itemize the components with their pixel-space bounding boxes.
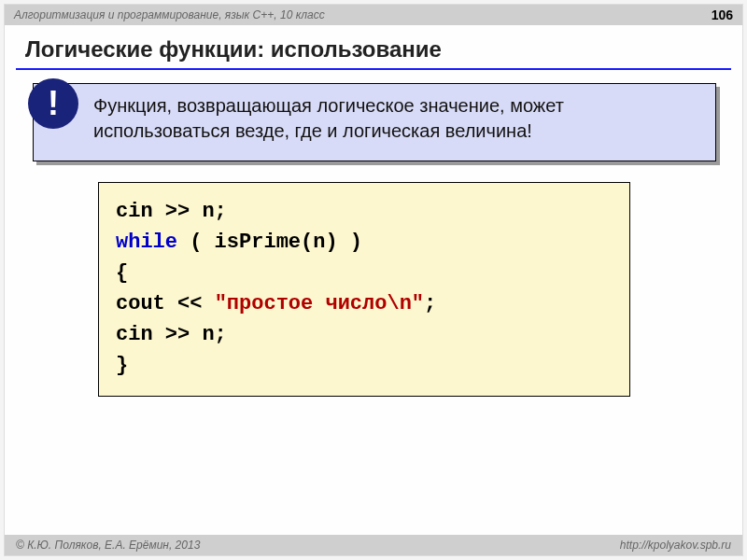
code-line: } [116, 350, 613, 381]
exclamation-icon: ! [28, 78, 78, 129]
string-literal: "простое число\n" [215, 292, 424, 315]
slide-title: Логические функции: использование [5, 25, 742, 68]
code-line: cin >> n; [116, 319, 613, 350]
keyword-while: while [116, 231, 177, 254]
code-block: cin >> n; while ( isPrime(n) ) { cout <<… [98, 182, 630, 397]
page-number: 106 [712, 7, 733, 22]
footer-bar: © К.Ю. Поляков, Е.А. Ерёмин, 2013 http:/… [5, 535, 742, 555]
header-subject: Алгоритмизация и программирование, язык … [14, 8, 325, 21]
info-callout: ! Функция, возвращающая логическое значе… [33, 83, 716, 161]
header-bar: Алгоритмизация и программирование, язык … [5, 5, 742, 25]
callout-text: Функция, возвращающая логическое значени… [93, 93, 700, 144]
slide: Алгоритмизация и программирование, язык … [4, 4, 743, 556]
code-line: { [116, 258, 613, 288]
title-underline [16, 68, 731, 70]
code-line: while ( isPrime(n) ) [116, 227, 613, 258]
code-line: cin >> n; [116, 196, 613, 227]
footer-url: http://kpolyakov.spb.ru [620, 539, 731, 552]
footer-authors: © К.Ю. Поляков, Е.А. Ерёмин, 2013 [16, 539, 200, 552]
code-line: cout << "простое число\n"; [116, 288, 613, 319]
